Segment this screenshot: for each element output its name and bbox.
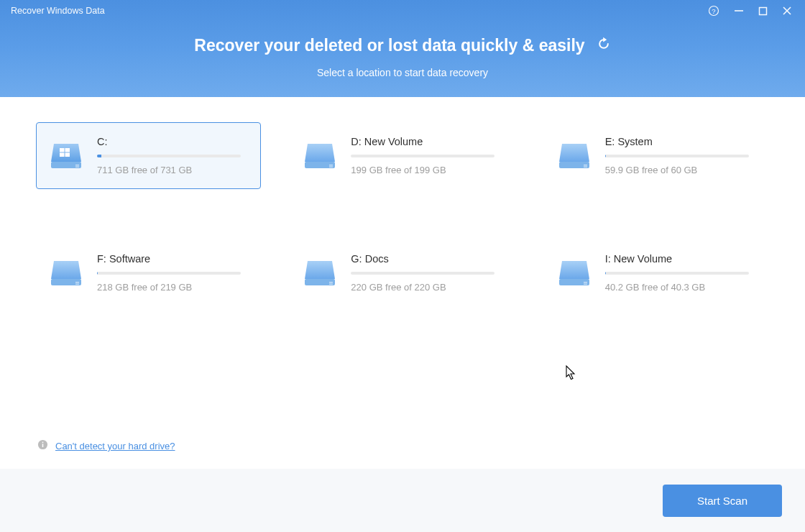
info-icon xyxy=(37,439,48,453)
drive-label: F: Software xyxy=(97,253,246,265)
svg-text:?: ? xyxy=(712,7,715,15)
drive-usage-bar xyxy=(351,155,494,157)
drive-usage-bar xyxy=(605,155,749,157)
drive-label: G: Docs xyxy=(351,253,500,265)
drive-info: I: New Volume40.2 GB free of 40.3 GB xyxy=(605,253,754,293)
drive-label: C: xyxy=(97,136,246,147)
drive-item[interactable]: I: New Volume40.2 GB free of 40.3 GB xyxy=(544,239,769,306)
cursor-icon xyxy=(566,365,577,384)
drive-usage-bar xyxy=(97,155,241,157)
svg-rect-24 xyxy=(329,282,333,283)
start-scan-button[interactable]: Start Scan xyxy=(663,485,782,517)
headline-area: Recover your deleted or lost data quickl… xyxy=(0,22,805,78)
svg-rect-27 xyxy=(584,282,587,283)
svg-rect-19 xyxy=(584,166,587,167)
svg-rect-15 xyxy=(329,165,333,165)
drive-free-text: 220 GB free of 220 GB xyxy=(351,282,500,293)
svg-rect-28 xyxy=(584,283,587,284)
svg-rect-8 xyxy=(75,165,79,165)
drive-free-text: 59.9 GB free of 60 GB xyxy=(605,165,754,175)
drive-free-text: 711 GB free of 731 GB xyxy=(97,165,246,175)
drive-usage-bar xyxy=(351,272,494,275)
headline-row: Recover your deleted or lost data quickl… xyxy=(194,36,610,55)
minimize-icon[interactable] xyxy=(734,6,744,16)
drive-info: D: New Volume199 GB free of 199 GB xyxy=(351,136,500,175)
app-title: Recover Windows Data xyxy=(7,6,105,16)
drive-info: G: Docs220 GB free of 220 GB xyxy=(351,253,500,293)
drive-item[interactable]: D: New Volume199 GB free of 199 GB xyxy=(290,122,515,189)
footer: Start Scan xyxy=(0,469,805,532)
drive-usage-bar xyxy=(97,272,241,275)
svg-rect-18 xyxy=(584,165,587,165)
page-subheadline: Select a location to start data recovery xyxy=(0,67,805,78)
refresh-icon[interactable] xyxy=(597,36,611,55)
header: Recover Windows Data ? Recover your dele… xyxy=(0,0,805,97)
detect-row: Can't detect your hard drive? xyxy=(37,439,175,453)
drive-info: C:711 GB free of 731 GB xyxy=(97,136,246,175)
help-icon[interactable]: ? xyxy=(708,5,719,17)
svg-rect-9 xyxy=(75,166,79,167)
svg-rect-21 xyxy=(75,282,79,283)
drive-icon xyxy=(303,259,336,288)
drive-label: I: New Volume xyxy=(605,253,754,265)
drive-item[interactable]: F: Software218 GB free of 219 GB xyxy=(36,239,261,306)
svg-rect-22 xyxy=(75,283,79,284)
drive-icon xyxy=(50,259,83,288)
drive-icon xyxy=(558,259,591,288)
close-icon[interactable] xyxy=(782,6,792,16)
drive-usage-bar xyxy=(605,272,749,275)
drive-label: E: System xyxy=(605,136,754,147)
maximize-icon[interactable] xyxy=(758,6,768,16)
svg-rect-30 xyxy=(42,444,44,447)
svg-rect-25 xyxy=(329,283,333,284)
drive-grid: C:711 GB free of 731 GBD: New Volume199 … xyxy=(36,122,769,306)
svg-rect-31 xyxy=(42,442,44,444)
svg-rect-13 xyxy=(65,152,70,157)
detect-hard-drive-link[interactable]: Can't detect your hard drive? xyxy=(55,441,175,451)
drive-label: D: New Volume xyxy=(351,136,500,147)
drive-icon xyxy=(303,142,336,170)
drive-free-text: 199 GB free of 199 GB xyxy=(351,165,500,175)
svg-rect-12 xyxy=(60,152,65,157)
drive-info: F: Software218 GB free of 219 GB xyxy=(97,253,246,293)
svg-rect-16 xyxy=(329,166,333,167)
svg-rect-3 xyxy=(760,7,767,14)
svg-rect-10 xyxy=(60,148,65,152)
svg-rect-11 xyxy=(65,148,70,152)
drive-free-text: 40.2 GB free of 40.3 GB xyxy=(605,282,754,293)
window-controls: ? xyxy=(708,5,798,17)
drive-item[interactable]: C:711 GB free of 731 GB xyxy=(36,122,261,189)
main-content: C:711 GB free of 731 GBD: New Volume199 … xyxy=(0,97,805,306)
drive-icon xyxy=(50,142,83,170)
drive-info: E: System59.9 GB free of 60 GB xyxy=(605,136,754,175)
svg-marker-6 xyxy=(603,37,607,42)
drive-free-text: 218 GB free of 219 GB xyxy=(97,282,246,293)
drive-item[interactable]: G: Docs220 GB free of 220 GB xyxy=(290,239,515,306)
titlebar: Recover Windows Data ? xyxy=(0,0,805,22)
drive-icon xyxy=(558,142,591,170)
page-headline: Recover your deleted or lost data quickl… xyxy=(194,36,584,55)
drive-item[interactable]: E: System59.9 GB free of 60 GB xyxy=(544,122,769,189)
